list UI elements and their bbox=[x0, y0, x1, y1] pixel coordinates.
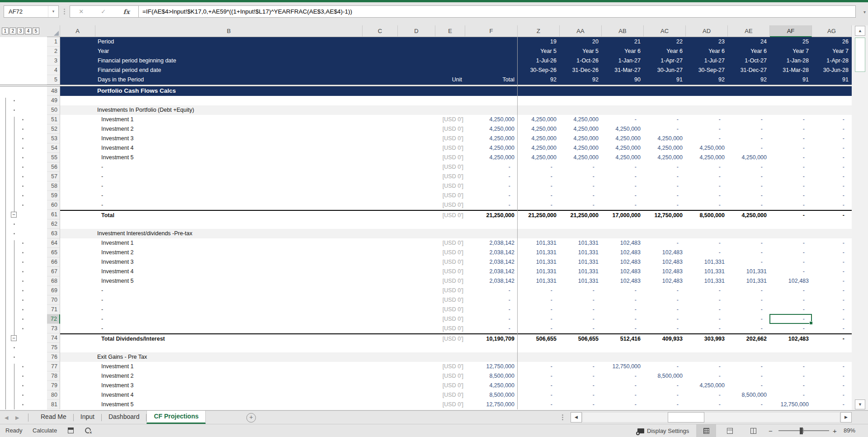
cell-AB70[interactable]: - bbox=[602, 295, 644, 305]
row-header-80[interactable]: 80 bbox=[47, 390, 60, 400]
row-header-61[interactable]: 61 bbox=[47, 210, 60, 219]
cell-AE51[interactable]: - bbox=[728, 115, 770, 124]
row-header-3[interactable]: 3 bbox=[47, 56, 60, 66]
column-header-AB[interactable]: AB bbox=[602, 25, 644, 37]
cell-C5[interactable] bbox=[363, 75, 398, 85]
cell-B79[interactable]: Investment 3 bbox=[95, 381, 363, 390]
cell-AC2[interactable]: Year 6 bbox=[644, 47, 686, 56]
cell-F54[interactable]: 4,250,000 bbox=[465, 143, 518, 153]
cell-AA53[interactable]: 4,250,000 bbox=[560, 134, 602, 143]
cell-Z1[interactable]: 19 bbox=[518, 37, 560, 47]
cell-AE74[interactable]: 202,662 bbox=[728, 334, 770, 343]
cell-AD78[interactable]: - bbox=[686, 371, 728, 381]
cell-AB4[interactable]: 31-Mar-27 bbox=[602, 66, 644, 75]
cell-AC1[interactable]: 22 bbox=[644, 37, 686, 47]
cell-AC74[interactable]: 409,933 bbox=[644, 334, 686, 343]
cell-AB59[interactable]: - bbox=[602, 191, 644, 200]
cell-F72[interactable]: - bbox=[465, 314, 518, 324]
cell-AF65[interactable]: - bbox=[770, 248, 812, 257]
cell-AA65[interactable]: 101,331 bbox=[560, 248, 602, 257]
cell-C64[interactable] bbox=[363, 238, 398, 248]
cell-AD53[interactable]: - bbox=[686, 134, 728, 143]
cell-AE2[interactable]: Year 6 bbox=[728, 47, 770, 56]
cell-A56[interactable] bbox=[60, 162, 95, 172]
cell-B65[interactable]: Investment 2 bbox=[95, 248, 363, 257]
cell-AE69[interactable]: - bbox=[728, 286, 770, 295]
cell-AG71[interactable]: - bbox=[812, 305, 852, 314]
cell-B74[interactable]: Total Dividends/Interest bbox=[95, 334, 363, 343]
cell-Z5[interactable]: 92 bbox=[518, 75, 560, 85]
row-header-74[interactable]: 74 bbox=[47, 333, 60, 343]
cell-AE72[interactable]: - bbox=[728, 314, 770, 324]
row-header-76[interactable]: 76 bbox=[47, 352, 60, 362]
normal-view-button[interactable] bbox=[696, 424, 716, 437]
cell-AE68[interactable]: 101,331 bbox=[728, 276, 770, 286]
cell-AG55[interactable]: - bbox=[812, 153, 852, 162]
cell-D72[interactable] bbox=[398, 314, 435, 324]
cell-C66[interactable] bbox=[363, 257, 398, 267]
cell-AA4[interactable]: 31-Dec-26 bbox=[560, 66, 602, 75]
cell-AB79[interactable]: - bbox=[602, 381, 644, 390]
cell-Z52[interactable]: 4,250,000 bbox=[518, 124, 560, 134]
cell-AC77[interactable]: - bbox=[644, 362, 686, 371]
cell-AB54[interactable]: 4,250,000 bbox=[602, 143, 644, 153]
cell-B76[interactable]: Exit Gains - Pre Tax bbox=[60, 352, 852, 362]
column-header-F[interactable]: F bbox=[465, 25, 518, 37]
cell-C69[interactable] bbox=[363, 286, 398, 295]
cell-B60[interactable]: - bbox=[95, 200, 363, 210]
column-header-Z[interactable]: Z bbox=[518, 25, 560, 37]
cell-B57[interactable]: - bbox=[95, 172, 363, 181]
cell-AD3[interactable]: 1-Jul-27 bbox=[686, 56, 728, 66]
cell-AC70[interactable]: - bbox=[644, 295, 686, 305]
cell-AF67[interactable]: - bbox=[770, 267, 812, 276]
cell-F2[interactable] bbox=[465, 47, 518, 56]
cell-AC54[interactable]: 4,250,000 bbox=[644, 143, 686, 153]
cell-AE54[interactable]: - bbox=[728, 143, 770, 153]
cell-F79[interactable]: 4,250,000 bbox=[465, 381, 518, 390]
cell-B53[interactable]: Investment 3 bbox=[95, 134, 363, 143]
row-header-67[interactable]: 67 bbox=[47, 267, 60, 276]
cell-AA58[interactable]: - bbox=[560, 181, 602, 191]
cell-AA5[interactable]: 92 bbox=[560, 75, 602, 85]
cell-Z81[interactable]: - bbox=[518, 400, 560, 409]
cell-AA67[interactable]: 101,331 bbox=[560, 267, 602, 276]
cell-D56[interactable] bbox=[398, 162, 435, 172]
cell-C74[interactable] bbox=[363, 334, 398, 343]
cell-AB55[interactable]: 4,250,000 bbox=[602, 153, 644, 162]
cell-AA60[interactable]: - bbox=[560, 200, 602, 210]
cell-AE64[interactable]: - bbox=[728, 238, 770, 248]
row-header-71[interactable]: 71 bbox=[47, 305, 60, 314]
cell-C80[interactable] bbox=[363, 390, 398, 400]
cell-A79[interactable] bbox=[60, 381, 95, 390]
cell-E71[interactable]: [USD 0'] bbox=[435, 305, 465, 314]
cell-AA51[interactable]: 4,250,000 bbox=[560, 115, 602, 124]
cell-AB52[interactable]: 4,250,000 bbox=[602, 124, 644, 134]
cell-AG78[interactable]: - bbox=[812, 371, 852, 381]
cell-AG57[interactable]: - bbox=[812, 172, 852, 181]
outline-level-button-3[interactable]: 3 bbox=[17, 28, 24, 34]
cell-AF57[interactable]: - bbox=[770, 172, 812, 181]
cell-F61[interactable]: 21,250,000 bbox=[465, 211, 518, 219]
cell-D59[interactable] bbox=[398, 191, 435, 200]
cell-AF81[interactable]: 12,750,000 bbox=[770, 400, 812, 409]
cell-AC5[interactable]: 91 bbox=[644, 75, 686, 85]
cell-AD68[interactable]: 101,331 bbox=[686, 276, 728, 286]
cell-C1[interactable] bbox=[363, 37, 398, 47]
cell-AC73[interactable]: - bbox=[644, 324, 686, 333]
cell-B67[interactable]: Investment 4 bbox=[95, 267, 363, 276]
cell-F70[interactable]: - bbox=[465, 295, 518, 305]
cell-AD1[interactable]: 23 bbox=[686, 37, 728, 47]
cell-D4[interactable] bbox=[398, 66, 435, 75]
name-box-dropdown-icon[interactable]: ▾ bbox=[48, 6, 58, 17]
cell-B72[interactable]: - bbox=[95, 314, 363, 324]
cell-Z60[interactable]: - bbox=[518, 200, 560, 210]
cell-AD67[interactable]: 101,331 bbox=[686, 267, 728, 276]
cell-AD4[interactable]: 30-Sep-27 bbox=[686, 66, 728, 75]
scroll-down-button[interactable]: ▼ bbox=[855, 399, 865, 409]
row-header-75[interactable]: 75 bbox=[47, 343, 60, 352]
row-header-63[interactable]: 63 bbox=[47, 229, 60, 238]
cell-AB56[interactable]: - bbox=[602, 162, 644, 172]
cell-B70[interactable]: - bbox=[95, 295, 363, 305]
cell-E55[interactable]: [USD 0'] bbox=[435, 153, 465, 162]
selected-cell-AF72[interactable] bbox=[769, 314, 812, 324]
